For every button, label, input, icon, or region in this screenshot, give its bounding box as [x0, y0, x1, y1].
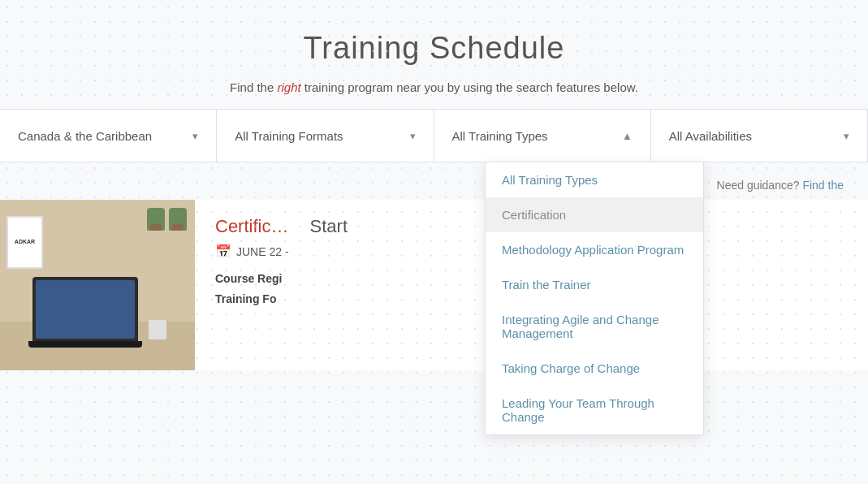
type-filter-label: All Training Types: [452, 129, 548, 143]
laptop-base: [28, 341, 142, 348]
format-filter[interactable]: All Training Formats ▾: [217, 110, 434, 162]
course-image: ADKAR: [0, 200, 195, 370]
region-filter-label: Canada & the Caribbean: [18, 129, 152, 143]
filter-bar: Canada & the Caribbean ▾ All Training Fo…: [0, 109, 868, 162]
plants: [147, 208, 187, 231]
laptop: [32, 277, 138, 342]
region-chevron-icon: ▾: [192, 130, 198, 142]
training-types-dropdown: All Training Types Certification Methodo…: [485, 162, 704, 435]
format-filter-label: All Training Formats: [235, 129, 343, 143]
region-filter[interactable]: Canada & the Caribbean ▾: [0, 110, 217, 162]
format-chevron-icon: ▾: [410, 130, 416, 142]
dropdown-item-certification[interactable]: Certification: [486, 197, 703, 232]
dropdown-item-agile[interactable]: Integrating Agile and Change Management: [486, 302, 703, 351]
plant-1: [147, 208, 165, 231]
dropdown-item-methodology[interactable]: Methodology Application Program: [486, 232, 703, 267]
laptop-screen: [36, 280, 135, 339]
dropdown-item-charge[interactable]: Taking Charge of Change: [486, 351, 703, 386]
type-chevron-icon: ▲: [622, 130, 633, 142]
plant-2: [169, 208, 187, 231]
dropdown-item-trainer[interactable]: Train the Trainer: [486, 267, 703, 302]
book-label: ADKAR: [15, 239, 35, 245]
book: ADKAR: [6, 216, 43, 269]
dropdown-item-leading[interactable]: Leading Your Team Through Change: [486, 386, 703, 434]
availability-filter[interactable]: All Availabilities ▾: [651, 110, 868, 162]
coffee-mug: [149, 320, 166, 339]
type-filter[interactable]: All Training Types ▲: [434, 110, 651, 162]
availability-filter-label: All Availabilities: [669, 129, 752, 143]
dropdown-item-all[interactable]: All Training Types: [486, 162, 703, 197]
availability-chevron-icon: ▾: [844, 130, 849, 142]
